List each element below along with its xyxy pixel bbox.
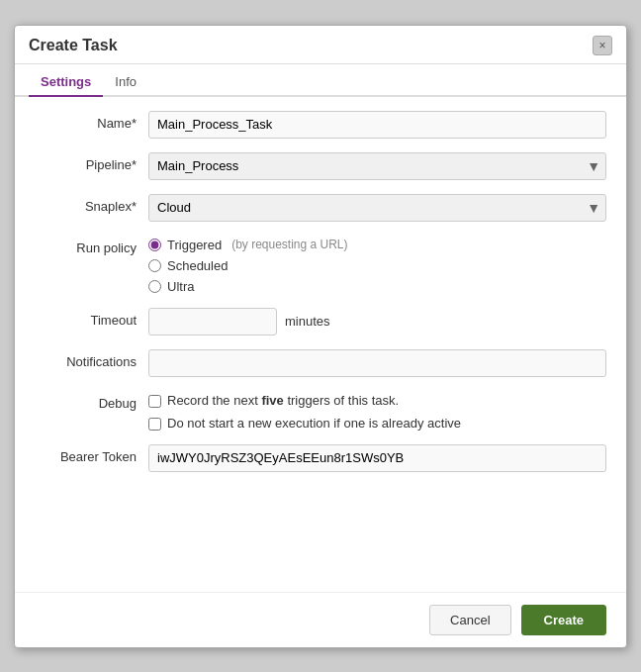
tab-info[interactable]: Info [103,68,148,97]
debug-checkbox-2-input[interactable] [148,418,161,431]
bearer-token-label: Bearer Token [35,444,148,464]
close-button[interactable]: × [593,36,612,55]
dialog-footer: Cancel Create [15,592,626,647]
notifications-input[interactable] [148,349,606,377]
radio-triggered: Triggered (by requesting a URL) [148,238,606,252]
dialog-title-bar: Create Task × [15,26,626,64]
radio-triggered-input[interactable] [148,239,161,251]
radio-ultra-input[interactable] [148,280,161,293]
bearer-token-input[interactable] [148,444,606,472]
radio-ultra-label: Ultra [167,279,194,294]
close-icon: × [598,39,605,52]
timeout-row: Timeout minutes [35,308,606,336]
radio-scheduled-label: Scheduled [167,258,228,273]
notifications-field-wrapper [148,349,606,377]
radio-group: Triggered (by requesting a URL) Schedule… [148,236,606,294]
snaplex-select[interactable]: Cloud [148,194,606,222]
name-label: Name* [35,111,148,131]
triggered-hint: (by requesting a URL) [231,238,347,251]
name-field-wrapper [148,111,606,139]
debug-label-2: Do not start a new execution if one is a… [167,416,461,431]
debug-options: Record the next five triggers of this ta… [148,391,606,431]
pipeline-select-wrapper: Main_Process ▼ [148,152,606,180]
run-policy-options: Triggered (by requesting a URL) Schedule… [148,236,606,294]
snaplex-select-wrapper: Cloud ▼ [148,194,606,222]
debug-bold-text: five [261,393,283,408]
tab-bar: Settings Info [15,68,626,97]
run-policy-label: Run policy [35,236,148,255]
timeout-label: Timeout [35,308,148,328]
pipeline-row: Pipeline* Main_Process ▼ [35,152,606,180]
debug-checkbox-2: Do not start a new execution if one is a… [148,416,606,431]
pipeline-field-wrapper: Main_Process ▼ [148,152,606,180]
dialog-title: Create Task [29,37,118,54]
cancel-button[interactable]: Cancel [429,605,510,635]
bearer-token-row: Bearer Token [35,444,606,472]
debug-label-1: Record the next five triggers of this ta… [167,393,399,408]
radio-ultra: Ultra [148,279,606,294]
debug-label: Debug [35,391,148,411]
notifications-label: Notifications [35,349,148,369]
pipeline-label: Pipeline* [35,152,148,172]
timeout-input[interactable] [148,308,277,336]
notifications-row: Notifications [35,349,606,377]
debug-row: Debug Record the next five triggers of t… [35,391,606,431]
timeout-input-row: minutes [148,308,606,336]
radio-triggered-label: Triggered [167,238,222,252]
name-input[interactable] [148,111,606,139]
bearer-token-field-wrapper [148,444,606,472]
create-button[interactable]: Create [521,605,606,635]
tab-settings[interactable]: Settings [29,68,103,97]
snaplex-label: Snaplex* [35,194,148,214]
checkbox-group: Record the next five triggers of this ta… [148,391,606,431]
snaplex-row: Snaplex* Cloud ▼ [35,194,606,222]
form-body: Name* Pipeline* Main_Process ▼ Snaplex* [15,97,626,592]
timeout-field-wrapper: minutes [148,308,606,336]
radio-scheduled-input[interactable] [148,259,161,272]
snaplex-field-wrapper: Cloud ▼ [148,194,606,222]
minutes-label: minutes [285,314,330,329]
debug-checkbox-1-input[interactable] [148,395,161,408]
debug-checkbox-1: Record the next five triggers of this ta… [148,393,606,408]
create-task-dialog: Create Task × Settings Info Name* Pipeli… [14,25,627,648]
debug-post-text: triggers of this task. [284,393,399,408]
debug-pre-text: Record the next [167,393,261,408]
name-row: Name* [35,111,606,139]
run-policy-row: Run policy Triggered (by requesting a UR… [35,236,606,294]
pipeline-select[interactable]: Main_Process [148,152,606,180]
radio-scheduled: Scheduled [148,258,606,273]
